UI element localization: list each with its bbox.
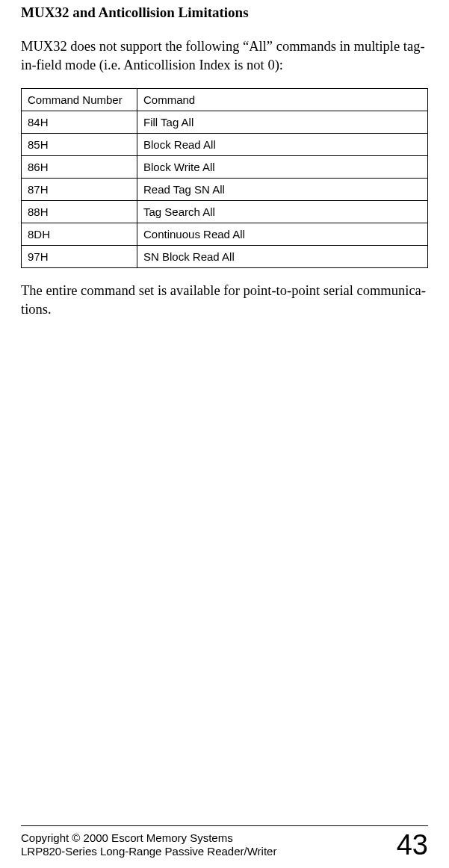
table-row: 87H Read Tag SN All	[22, 178, 428, 200]
table-row: 8DH Continuous Read All	[22, 223, 428, 245]
cell-command: Fill Tag All	[137, 111, 428, 133]
page: MUX32 and Anticollision Limitations MUX3…	[0, 4, 449, 868]
header-command-number: Command Number	[22, 88, 137, 111]
cell-command: Block Write All	[137, 155, 428, 178]
cell-command-number: 8DH	[22, 223, 137, 245]
table-header-row: Command Number Command	[22, 88, 428, 111]
footer-product: LRP820-Series Long-Range Passive Reader/…	[21, 845, 276, 859]
section-heading: MUX32 and Anticollision Limitations	[21, 4, 428, 21]
cell-command-number: 88H	[22, 200, 137, 223]
footer-text: Copyright © 2000 Escort Memory Systems L…	[21, 831, 276, 860]
cell-command-number: 85H	[22, 133, 137, 155]
cell-command: Block Read All	[137, 133, 428, 155]
cell-command: Tag Search All	[137, 200, 428, 223]
table-row: 86H Block Write All	[22, 155, 428, 178]
table-row: 97H SN Block Read All	[22, 245, 428, 267]
cell-command-number: 86H	[22, 155, 137, 178]
page-footer: Copyright © 2000 Escort Memory Systems L…	[21, 825, 428, 859]
table-row: 84H Fill Tag All	[22, 111, 428, 133]
cell-command: SN Block Read All	[137, 245, 428, 267]
cell-command: Continuous Read All	[137, 223, 428, 245]
header-command: Command	[137, 88, 428, 111]
commands-table: Command Number Command 84H Fill Tag All …	[21, 88, 428, 268]
intro-paragraph: MUX32 does not support the following “Al…	[21, 37, 428, 75]
outro-paragraph: The entire command set is available for …	[21, 282, 428, 319]
cell-command: Read Tag SN All	[137, 178, 428, 200]
cell-command-number: 97H	[22, 245, 137, 267]
table-row: 88H Tag Search All	[22, 200, 428, 223]
cell-command-number: 87H	[22, 178, 137, 200]
table-row: 85H Block Read All	[22, 133, 428, 155]
page-number: 43	[397, 831, 428, 859]
footer-copyright: Copyright © 2000 Escort Memory Systems	[21, 831, 276, 846]
cell-command-number: 84H	[22, 111, 137, 133]
